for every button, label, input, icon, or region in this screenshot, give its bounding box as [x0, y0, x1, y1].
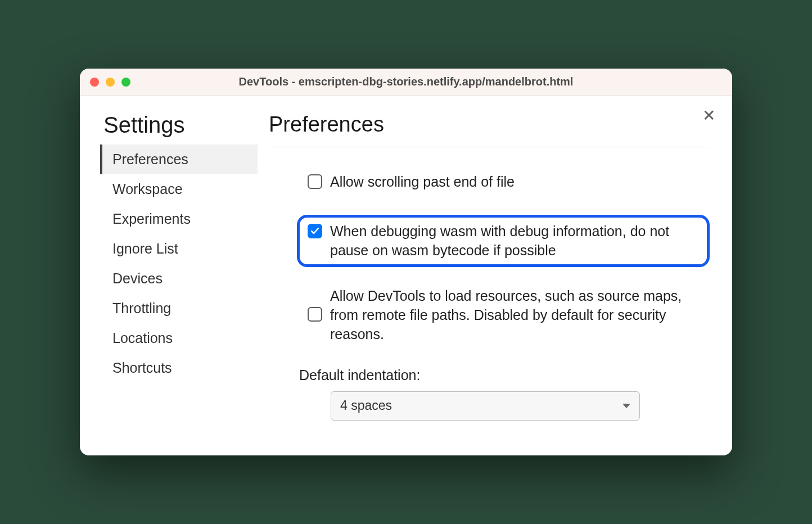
checkbox-wasm-debug[interactable]: [308, 224, 322, 238]
preferences-options: Allow scrolling past end of file When de…: [269, 165, 710, 421]
option-allow-scrolling: Allow scrolling past end of file: [297, 165, 710, 199]
preferences-heading: Preferences: [269, 112, 710, 137]
option-label: When debugging wasm with debug informati…: [330, 222, 699, 260]
option-wasm-debug: When debugging wasm with debug informati…: [297, 215, 710, 268]
settings-sidebar: Settings Preferences Workspace Experimen…: [100, 112, 258, 433]
close-icon[interactable]: ✕: [702, 108, 715, 124]
window-close-button[interactable]: [90, 78, 99, 87]
preferences-panel: Preferences Allow scrolling past end of …: [258, 112, 710, 433]
checkbox-remote-resources[interactable]: [308, 307, 322, 322]
traffic-lights: [90, 78, 130, 87]
settings-heading: Settings: [100, 112, 258, 138]
sidebar-item-devices[interactable]: Devices: [100, 264, 258, 293]
titlebar: DevTools - emscripten-dbg-stories.netlif…: [80, 69, 732, 96]
devtools-settings-window: DevTools - emscripten-dbg-stories.netlif…: [80, 69, 732, 455]
sidebar-item-experiments[interactable]: Experiments: [100, 204, 258, 234]
checkbox-allow-scrolling[interactable]: [308, 174, 322, 189]
option-label: Allow DevTools to load resources, such a…: [330, 287, 699, 344]
chevron-down-icon: [622, 404, 630, 408]
divider: [269, 147, 710, 147]
sidebar-item-locations[interactable]: Locations: [100, 323, 258, 353]
window-zoom-button[interactable]: [121, 78, 130, 87]
settings-content: ✕ Settings Preferences Workspace Experim…: [80, 96, 732, 455]
indentation-label: Default indentation:: [297, 367, 710, 383]
sidebar-item-workspace[interactable]: Workspace: [100, 174, 258, 204]
option-label: Allow scrolling past end of file: [330, 173, 515, 192]
sidebar-item-throttling[interactable]: Throttling: [100, 293, 258, 323]
sidebar-item-ignore-list[interactable]: Ignore List: [100, 234, 258, 264]
window-title: DevTools - emscripten-dbg-stories.netlif…: [80, 75, 732, 88]
window-minimize-button[interactable]: [106, 78, 115, 87]
sidebar-item-preferences[interactable]: Preferences: [100, 144, 258, 174]
indentation-select-wrap: 4 spaces: [297, 391, 710, 421]
indentation-value: 4 spaces: [340, 398, 392, 413]
sidebar-item-shortcuts[interactable]: Shortcuts: [100, 353, 258, 383]
option-remote-resources: Allow DevTools to load resources, such a…: [297, 279, 710, 351]
indentation-select[interactable]: 4 spaces: [331, 391, 640, 421]
